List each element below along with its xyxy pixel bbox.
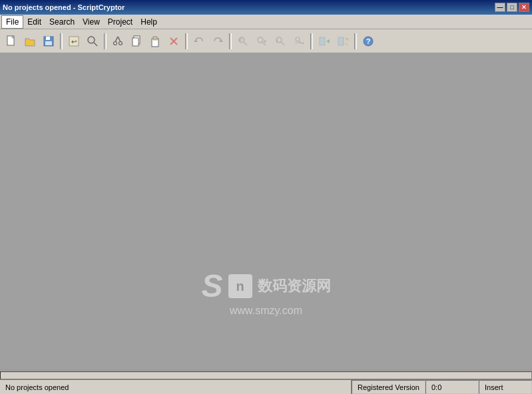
watermark-n-box: n [228,274,252,298]
svg-marker-19 [194,39,198,42]
svg-point-7 [88,37,95,43]
new-button[interactable] [3,33,20,50]
title-buttons: — □ ✕ [495,3,529,12]
scrollbar-track[interactable] [0,371,532,379]
run-button[interactable] [316,33,333,50]
status-version: Registered Version [352,380,425,394]
main-area: S n 数码资源网 www.smzy.com [0,53,532,370]
help-button[interactable]: ? [360,33,377,50]
redo-button[interactable] [209,33,226,50]
cut-button[interactable] [109,33,127,50]
restore-button[interactable]: □ [507,3,517,12]
menu-item-project[interactable]: Project [104,16,136,28]
svg-marker-28 [264,39,266,43]
svg-marker-20 [219,39,223,42]
menu-item-help[interactable]: Help [136,16,161,28]
status-left: No projects opened [0,380,352,394]
separator-3 [185,33,188,49]
svg-rect-16 [153,37,157,40]
settings-button[interactable] [334,33,352,50]
watermark-url: www.smzy.com [230,305,302,317]
svg-line-22 [244,42,247,45]
separator-6 [354,33,357,49]
svg-rect-3 [46,37,50,40]
svg-line-10 [118,37,121,42]
toolbar: ↩ ? [0,29,532,53]
svg-line-39 [346,43,348,45]
status-bar: No projects opened Registered Version 0:… [0,379,532,394]
menu-item-file[interactable]: File [1,15,23,29]
menu-item-search[interactable]: Search [45,16,79,28]
horizontal-scrollbar[interactable] [0,370,532,379]
watermark: S n 数码资源网 www.smzy.com [201,270,330,317]
status-message: No projects opened [5,383,69,391]
undo-button[interactable] [190,33,208,50]
find-prev-button[interactable] [272,33,289,50]
svg-text:↩: ↩ [71,38,77,45]
copy-button[interactable] [128,33,145,50]
svg-marker-38 [345,38,348,41]
watermark-logo: S n 数码资源网 [201,270,330,302]
svg-point-12 [119,41,123,45]
save-button[interactable] [40,33,57,50]
find2-button[interactable] [234,33,252,50]
watermark-sitename: 数码资源网 [258,276,331,296]
menu-item-view[interactable]: View [79,16,104,28]
find-next-button[interactable] [253,33,270,50]
svg-rect-4 [45,41,52,45]
menu-item-edit[interactable]: Edit [23,16,45,28]
open-button[interactable] [21,33,39,50]
window-title: No projects opened - ScriptCryptor [3,3,125,11]
minimize-button[interactable]: — [495,3,505,12]
svg-point-32 [296,37,300,41]
undo-file-button[interactable]: ↩ [65,33,83,50]
svg-text:?: ? [366,37,371,45]
position-value: 0:0 [431,383,441,391]
separator-4 [229,33,232,49]
svg-line-30 [281,42,284,45]
svg-line-9 [115,37,118,42]
title-bar: No projects opened - ScriptCryptor — □ ✕ [0,0,532,15]
svg-point-11 [114,41,117,45]
find-button[interactable] [84,33,101,50]
replace-button[interactable] [290,33,308,50]
menu-bar: File Edit Search View Project Help [0,15,532,29]
status-position: 0:0 [425,380,479,394]
mode-value: Insert [485,383,503,391]
svg-rect-35 [320,37,325,45]
watermark-s-letter: S [201,270,222,302]
svg-rect-14 [133,38,138,46]
paste-button[interactable] [146,33,164,50]
svg-line-8 [94,43,97,46]
separator-2 [104,33,107,49]
version-label: Registered Version [358,383,419,391]
svg-rect-37 [338,37,344,45]
svg-marker-36 [326,39,330,43]
separator-5 [310,33,313,49]
svg-marker-34 [303,42,304,45]
separator-1 [60,33,63,49]
close-button[interactable]: ✕ [519,3,529,12]
status-mode: Insert [479,380,532,394]
svg-point-26 [258,37,263,43]
delete-button[interactable] [165,33,182,50]
